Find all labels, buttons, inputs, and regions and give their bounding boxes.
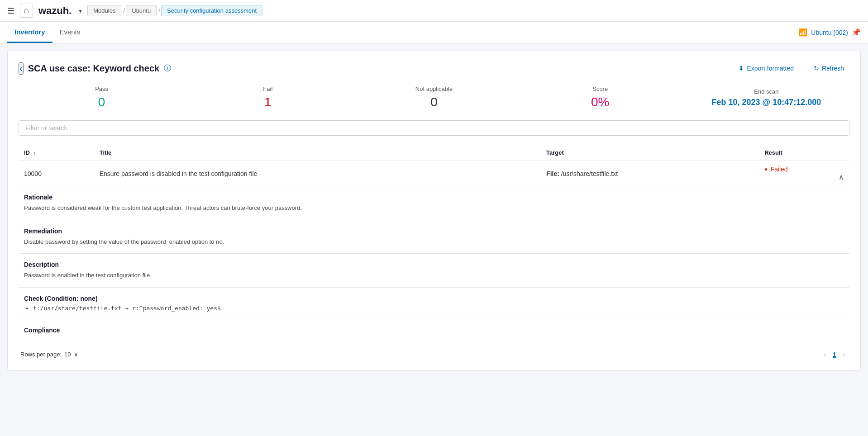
detail-remediation: Remediation Disable password by setting … xyxy=(19,220,849,254)
sca-card: ‹ SCA use case: Keyword check ⓘ ⬇ Export… xyxy=(7,51,861,371)
filter-bar[interactable]: Filter or search xyxy=(19,120,849,136)
detail-check: Check (Condition: none) f:/usr/share/tes… xyxy=(19,288,849,319)
wifi-icon: 📶 xyxy=(798,28,807,37)
description-heading: Description xyxy=(24,261,844,268)
table-row: 10000 Ensure password is disabled in the… xyxy=(19,161,849,186)
breadcrumb-sca[interactable]: Security configuration assessment xyxy=(161,5,262,16)
fail-value: 1 xyxy=(185,95,351,109)
top-nav: ☰ ⌂ wazuh. ▾ Modules / Ubuntu / Security… xyxy=(0,0,868,22)
export-icon: ⬇ xyxy=(739,65,744,72)
remediation-heading: Remediation xyxy=(24,227,844,235)
current-page[interactable]: 1 xyxy=(833,351,836,358)
row-title: Ensure password is disabled in the test … xyxy=(94,161,541,186)
chevron-up-icon[interactable]: ∧ xyxy=(839,173,844,181)
row-id: 10000 xyxy=(19,161,94,186)
detail-rationale: Rationale Password is considered weak fo… xyxy=(19,186,849,220)
tabs: Inventory Events xyxy=(7,22,87,43)
rows-chevron-icon: ∨ xyxy=(74,351,78,358)
export-button[interactable]: ⬇ Export formatted xyxy=(733,62,799,75)
chevron-icon[interactable]: ▾ xyxy=(79,7,82,14)
detail-description: Description Password is enabled in the t… xyxy=(19,254,849,288)
agent-label: Ubuntu (002) xyxy=(811,29,848,36)
pass-value: 0 xyxy=(19,95,185,109)
hamburger-icon[interactable]: ☰ xyxy=(7,6,14,16)
sort-icon: ↑ xyxy=(33,150,36,156)
refresh-label: Refresh xyxy=(822,65,844,72)
row-target: File: /usr/share/testfile.txt xyxy=(541,161,759,186)
na-label: Not applicable xyxy=(351,85,517,92)
card-header: ‹ SCA use case: Keyword check ⓘ ⬇ Export… xyxy=(19,62,849,75)
main-content: ‹ SCA use case: Keyword check ⓘ ⬇ Export… xyxy=(0,43,868,436)
score-value: 0% xyxy=(517,95,683,109)
target-file-value: /usr/share/testfile.txt xyxy=(561,170,618,177)
col-target[interactable]: Target xyxy=(541,145,759,161)
breadcrumb-sep-2: / xyxy=(158,7,160,14)
tab-inventory[interactable]: Inventory xyxy=(7,22,52,43)
compliance-heading: Compliance xyxy=(24,327,844,334)
stat-score: Score 0% xyxy=(517,85,683,109)
stat-endscan: End scan Feb 10, 2023 @ 10:47:12.000 xyxy=(683,88,849,107)
breadcrumb: Modules / Ubuntu / Security configuratio… xyxy=(87,5,263,16)
refresh-button[interactable]: ↻ Refresh xyxy=(808,62,849,75)
remediation-text: Disable password by setting the value of… xyxy=(24,237,844,246)
endscan-value: Feb 10, 2023 @ 10:47:12.000 xyxy=(683,98,849,107)
check-item: f:/usr/share/testfile.txt → r:^password_… xyxy=(33,305,844,312)
stats-row: Pass 0 Fail 1 Not applicable 0 Score 0% … xyxy=(19,85,849,109)
tab-events[interactable]: Events xyxy=(52,22,88,43)
back-button[interactable]: ‹ xyxy=(19,62,24,75)
card-title: SCA use case: Keyword check xyxy=(28,63,160,74)
home-icon[interactable]: ⌂ xyxy=(20,4,33,18)
col-id[interactable]: ID ↑ xyxy=(19,145,94,161)
endscan-label: End scan xyxy=(683,88,849,95)
rows-value: 10 xyxy=(64,351,71,358)
col-title[interactable]: Title xyxy=(94,145,541,161)
result-failed: ● Failed xyxy=(764,166,844,173)
check-list: f:/usr/share/testfile.txt → r:^password_… xyxy=(24,305,844,312)
description-text: Password is enabled in the test configur… xyxy=(24,271,844,280)
prev-page-button[interactable]: ‹ xyxy=(821,350,829,360)
rows-per-page[interactable]: Rows per page: 10 ∨ xyxy=(20,351,78,358)
detail-compliance: Compliance xyxy=(19,319,849,344)
info-icon[interactable]: ⓘ xyxy=(164,64,171,73)
result-dot-icon: ● xyxy=(764,166,768,172)
card-actions: ⬇ Export formatted ↻ Refresh xyxy=(733,62,849,75)
na-value: 0 xyxy=(351,95,517,109)
check-heading: Check (Condition: none) xyxy=(24,295,844,302)
card-title-area: ‹ SCA use case: Keyword check ⓘ xyxy=(19,62,171,75)
target-file-label: File: xyxy=(546,170,559,177)
rationale-text: Password is considered weak for the cust… xyxy=(24,204,844,213)
pin-icon[interactable]: 📌 xyxy=(852,28,861,37)
export-label: Export formatted xyxy=(747,65,794,72)
agent-info: 📶 Ubuntu (002) 📌 xyxy=(798,28,861,37)
results-table: ID ↑ Title Target Result 10000 Ensure pa… xyxy=(19,145,849,186)
stat-na: Not applicable 0 xyxy=(351,85,517,109)
next-page-button[interactable]: › xyxy=(840,350,848,360)
refresh-icon: ↻ xyxy=(814,65,819,72)
result-text: Failed xyxy=(770,166,787,173)
breadcrumb-modules[interactable]: Modules xyxy=(87,5,121,16)
logo-text: wazuh. xyxy=(38,5,72,17)
breadcrumb-sep-1: / xyxy=(123,7,125,14)
table-footer: Rows per page: 10 ∨ ‹ 1 › xyxy=(19,344,849,360)
col-result[interactable]: Result xyxy=(759,145,849,161)
tab-bar: Inventory Events 📶 Ubuntu (002) 📌 xyxy=(0,22,868,43)
pass-label: Pass xyxy=(19,85,185,92)
fail-label: Fail xyxy=(185,85,351,92)
breadcrumb-ubuntu[interactable]: Ubuntu xyxy=(126,5,157,16)
logo: wazuh. xyxy=(38,5,72,17)
rationale-heading: Rationale xyxy=(24,194,844,201)
pagination: ‹ 1 › xyxy=(821,350,848,360)
row-result: ● Failed ∧ xyxy=(759,161,849,186)
rows-label: Rows per page: xyxy=(20,351,62,358)
score-label: Score xyxy=(517,85,683,92)
stat-fail: Fail 1 xyxy=(185,85,351,109)
stat-pass: Pass 0 xyxy=(19,85,185,109)
